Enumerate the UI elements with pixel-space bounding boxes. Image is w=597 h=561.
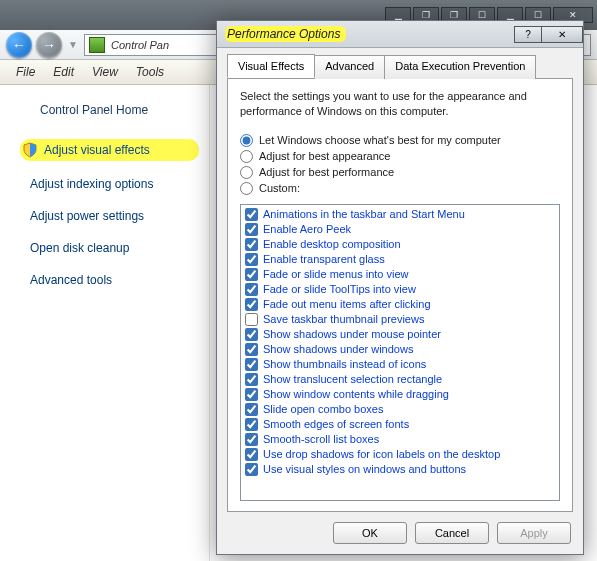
effect-item[interactable]: Use visual styles on windows and buttons [243, 462, 557, 477]
cp-home-link[interactable]: Control Panel Home [40, 103, 199, 117]
effects-listbox[interactable]: Animations in the taskbar and Start Menu… [240, 204, 560, 501]
effect-item[interactable]: Show window contents while dragging [243, 387, 557, 402]
effect-item[interactable]: Show shadows under windows [243, 342, 557, 357]
effect-label: Use visual styles on windows and buttons [263, 463, 466, 475]
effect-checkbox[interactable] [245, 343, 258, 356]
cancel-button[interactable]: Cancel [415, 522, 489, 544]
back-button[interactable]: ← [6, 32, 32, 58]
radio-input[interactable] [240, 182, 253, 195]
dialog-title: Performance Options [225, 27, 346, 41]
sidebar-link-adjust-indexing-options[interactable]: Adjust indexing options [20, 175, 199, 193]
sidebar-link-adjust-visual-effects[interactable]: Adjust visual effects [20, 139, 199, 161]
radio-label: Adjust for best appearance [259, 150, 390, 162]
effect-checkbox[interactable] [245, 313, 258, 326]
arrow-left-icon: ← [12, 37, 26, 53]
effect-label: Enable Aero Peek [263, 223, 351, 235]
effect-checkbox[interactable] [245, 253, 258, 266]
effect-checkbox[interactable] [245, 373, 258, 386]
effect-checkbox[interactable] [245, 238, 258, 251]
effect-item[interactable]: Smooth edges of screen fonts [243, 417, 557, 432]
effect-checkbox[interactable] [245, 448, 258, 461]
radio-adjust-for-best-appearance[interactable]: Adjust for best appearance [240, 150, 560, 163]
nav-history-button[interactable]: ▼ [66, 32, 80, 58]
close-icon: ✕ [558, 29, 566, 40]
sidebar-link-label: Advanced tools [30, 273, 112, 287]
sidebar-link-adjust-power-settings[interactable]: Adjust power settings [20, 207, 199, 225]
effect-item[interactable]: Show translucent selection rectangle [243, 372, 557, 387]
effect-checkbox[interactable] [245, 268, 258, 281]
tab-visual-effects[interactable]: Visual Effects [227, 54, 315, 78]
effect-item[interactable]: Slide open combo boxes [243, 402, 557, 417]
radio-input[interactable] [240, 166, 253, 179]
effect-label: Enable desktop composition [263, 238, 401, 250]
menu-view[interactable]: View [86, 63, 124, 81]
description-text: Select the settings you want to use for … [240, 89, 560, 119]
effect-checkbox[interactable] [245, 418, 258, 431]
shield-icon [22, 142, 38, 158]
effect-checkbox[interactable] [245, 433, 258, 446]
sidebar-link-label: Adjust power settings [30, 209, 144, 223]
effect-item[interactable]: Show shadows under mouse pointer [243, 327, 557, 342]
effect-item[interactable]: Show thumbnails instead of icons [243, 357, 557, 372]
menu-edit[interactable]: Edit [47, 63, 80, 81]
ok-button[interactable]: OK [333, 522, 407, 544]
control-panel-icon [89, 37, 105, 53]
effect-label: Show shadows under mouse pointer [263, 328, 441, 340]
tab-advanced[interactable]: Advanced [314, 55, 385, 79]
sidebar-link-label: Adjust indexing options [30, 177, 153, 191]
dialog-titlebar[interactable]: Performance Options ? ✕ [217, 21, 583, 48]
sidebar-link-open-disk-cleanup[interactable]: Open disk cleanup [20, 239, 199, 257]
effect-item[interactable]: Enable transparent glass [243, 252, 557, 267]
sidebar-link-label: Open disk cleanup [30, 241, 129, 255]
effect-item[interactable]: Use drop shadows for icon labels on the … [243, 447, 557, 462]
effect-label: Fade or slide ToolTips into view [263, 283, 416, 295]
tab-panel-visual-effects: Select the settings you want to use for … [227, 78, 573, 512]
radio-label: Let Windows choose what's best for my co… [259, 134, 501, 146]
effect-checkbox[interactable] [245, 283, 258, 296]
chevron-down-icon: ▼ [68, 39, 78, 50]
menu-file[interactable]: File [10, 63, 41, 81]
arrow-right-icon: → [42, 37, 56, 53]
effect-checkbox[interactable] [245, 463, 258, 476]
menu-tools[interactable]: Tools [130, 63, 170, 81]
tabstrip: Visual EffectsAdvancedData Execution Pre… [227, 54, 573, 78]
effect-checkbox[interactable] [245, 298, 258, 311]
dlg-help-button[interactable]: ? [514, 26, 542, 43]
radio-adjust-for-best-performance[interactable]: Adjust for best performance [240, 166, 560, 179]
effect-item[interactable]: Animations in the taskbar and Start Menu [243, 207, 557, 222]
radio-input[interactable] [240, 134, 253, 147]
effect-label: Use drop shadows for icon labels on the … [263, 448, 500, 460]
effect-checkbox[interactable] [245, 403, 258, 416]
performance-options-dialog: Performance Options ? ✕ Visual EffectsAd… [216, 20, 584, 555]
sidebar-link-label: Adjust visual effects [44, 143, 150, 157]
effect-label: Show window contents while dragging [263, 388, 449, 400]
effect-label: Show shadows under windows [263, 343, 413, 355]
effect-checkbox[interactable] [245, 208, 258, 221]
effect-label: Slide open combo boxes [263, 403, 383, 415]
effect-item[interactable]: Fade or slide menus into view [243, 267, 557, 282]
radio-input[interactable] [240, 150, 253, 163]
effect-checkbox[interactable] [245, 223, 258, 236]
effect-label: Fade or slide menus into view [263, 268, 409, 280]
effect-item[interactable]: Fade or slide ToolTips into view [243, 282, 557, 297]
effect-checkbox[interactable] [245, 388, 258, 401]
effect-item[interactable]: Smooth-scroll list boxes [243, 432, 557, 447]
sidebar-link-advanced-tools[interactable]: Advanced tools [20, 271, 199, 289]
dialog-footer: OK Cancel Apply [227, 512, 573, 544]
radio-custom[interactable]: Custom: [240, 182, 560, 195]
effect-checkbox[interactable] [245, 358, 258, 371]
effect-checkbox[interactable] [245, 328, 258, 341]
tab-data-execution-prevention[interactable]: Data Execution Prevention [384, 55, 536, 79]
effect-label: Smooth-scroll list boxes [263, 433, 379, 445]
forward-button[interactable]: → [36, 32, 62, 58]
effect-label: Animations in the taskbar and Start Menu [263, 208, 465, 220]
effect-item[interactable]: Save taskbar thumbnail previews [243, 312, 557, 327]
effect-item[interactable]: Enable desktop composition [243, 237, 557, 252]
effect-item[interactable]: Enable Aero Peek [243, 222, 557, 237]
effect-item[interactable]: Fade out menu items after clicking [243, 297, 557, 312]
radio-let-windows-choose-what-s-best-for-my-computer[interactable]: Let Windows choose what's best for my co… [240, 134, 560, 147]
effect-label: Smooth edges of screen fonts [263, 418, 409, 430]
dlg-close-button[interactable]: ✕ [541, 26, 583, 43]
apply-button[interactable]: Apply [497, 522, 571, 544]
breadcrumb: Control Pan [111, 39, 169, 51]
